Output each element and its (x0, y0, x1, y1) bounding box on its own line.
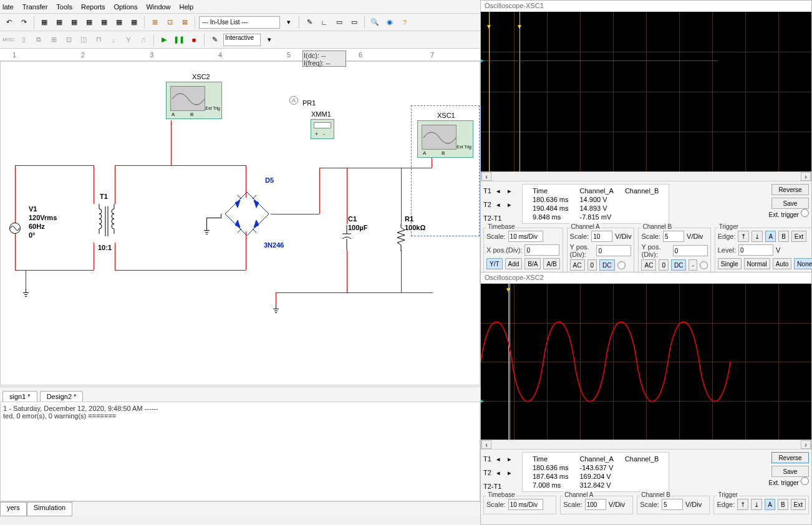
t1-left-icon[interactable]: ◂ (494, 455, 503, 463)
comp3-icon[interactable]: ⊞ (47, 34, 60, 46)
rect-icon[interactable]: ▭ (348, 16, 360, 29)
chb-ac-button[interactable]: AC (641, 259, 656, 271)
chb-radio[interactable] (700, 261, 708, 269)
t1-transformer[interactable] (93, 204, 123, 245)
cursor-t1[interactable] (489, 12, 490, 171)
edge-fall-icon[interactable]: ⤓ (751, 499, 762, 510)
sim-drop-icon[interactable]: ▾ (263, 34, 276, 46)
scope-xsc1-display[interactable]: ▸ ▼ ▼ (481, 12, 811, 171)
tool-a-icon[interactable]: ⊞ (148, 16, 161, 29)
ab-button[interactable]: A/B (543, 258, 559, 269)
trig-none-button[interactable]: None (794, 258, 812, 269)
cursor-t2[interactable] (520, 12, 520, 171)
tool-c-icon[interactable]: ⊠ (178, 16, 191, 29)
t2-left-icon[interactable]: ◂ (494, 468, 503, 477)
xsc2-instrument[interactable]: Ext Trig A B (166, 82, 222, 119)
redo-icon[interactable]: ↷ (17, 16, 30, 29)
ruler-icon[interactable]: ∟ (318, 16, 331, 29)
pause-icon[interactable]: ❚❚ (173, 34, 185, 46)
menu-tools[interactable]: Tools (56, 3, 72, 11)
grid3-icon[interactable]: ▦ (68, 16, 80, 29)
globe-icon[interactable]: ◉ (384, 16, 396, 29)
xsc2-cha-scale[interactable] (585, 499, 606, 510)
tab-simulation[interactable]: Simulation (27, 502, 72, 516)
add-button[interactable]: Add (505, 258, 523, 269)
xsc2-timebase-scale[interactable] (508, 499, 543, 510)
tool-b-icon[interactable]: ⊡ (163, 16, 176, 29)
menu-simulate[interactable]: late (2, 3, 14, 11)
t2-left-icon[interactable]: ◂ (494, 200, 503, 209)
scroll-right-icon[interactable]: › (801, 440, 811, 449)
t2-right-icon[interactable]: ▸ (505, 468, 514, 477)
tab-design1[interactable]: sign1 * (2, 391, 37, 402)
menu-reports[interactable]: Reports (81, 3, 105, 11)
cha-0-button[interactable]: 0 (587, 259, 597, 271)
xsc1-hscroll[interactable]: ‹ › (481, 171, 811, 181)
dropdown-icon[interactable]: ▾ (283, 16, 295, 29)
save-button[interactable]: Save (771, 198, 809, 209)
reverse-button[interactable]: Reverse (771, 452, 809, 463)
t2-right-icon[interactable]: ▸ (505, 200, 514, 209)
menu-help[interactable]: Help (180, 3, 194, 11)
trig-level-input[interactable] (738, 244, 773, 256)
chb-dc-button[interactable]: DC (671, 259, 686, 271)
cha-ac-button[interactable]: AC (570, 259, 585, 271)
trig-b-button[interactable]: B (778, 499, 788, 510)
trig-b-button[interactable]: B (778, 231, 789, 242)
comp8-icon[interactable]: Y (122, 34, 135, 46)
comp6-icon[interactable]: ⊓ (92, 34, 105, 46)
xsc1-cha-scale[interactable] (591, 231, 612, 242)
save-button[interactable]: Save (771, 466, 809, 477)
undo-icon[interactable]: ↶ (2, 16, 15, 29)
t1-right-icon[interactable]: ▸ (505, 455, 514, 463)
cha-dc-button[interactable]: DC (599, 259, 614, 271)
trig-a-button[interactable]: A (765, 231, 776, 242)
comp1-icon[interactable]: ▯ (17, 34, 30, 46)
grid7-icon[interactable]: ▦ (128, 16, 140, 29)
grid4-icon[interactable]: ▦ (83, 16, 95, 29)
t1-left-icon[interactable]: ◂ (494, 186, 503, 195)
xsc1-timebase-scale[interactable] (508, 231, 543, 242)
t1-right-icon[interactable]: ▸ (505, 186, 514, 195)
xsc1-chb-scale[interactable] (663, 231, 684, 242)
c1-capacitor[interactable] (341, 225, 352, 251)
xsc2-chb-scale[interactable] (662, 499, 683, 510)
trig-normal-button[interactable]: Normal (744, 258, 770, 269)
chb-inv-button[interactable]: - (689, 259, 697, 271)
xsc1-cha-ypos[interactable] (596, 245, 631, 256)
reverse-button[interactable]: Reverse (771, 184, 809, 195)
trig-auto-button[interactable]: Auto (773, 258, 792, 269)
comp2-icon[interactable]: ⧉ (32, 34, 45, 46)
xsc1-chb-ypos[interactable] (673, 245, 708, 256)
comp5-icon[interactable]: ◫ (77, 34, 90, 46)
schematic-canvas[interactable]: I(dc): -- I(freq): -- XSC2 Ext Trig A B … (0, 61, 480, 385)
grid5-icon[interactable]: ▦ (98, 16, 110, 29)
xsc2-hscroll[interactable]: ‹ › (481, 440, 811, 450)
run-icon[interactable]: ▶ (158, 34, 170, 46)
xmm1-instrument[interactable]: + - (311, 119, 334, 139)
trig-ext-button[interactable]: Ext (791, 231, 806, 242)
comp4-icon[interactable]: ⊡ (62, 34, 75, 46)
edge-rise-icon[interactable]: ⤒ (737, 499, 748, 510)
r1-resistor[interactable] (396, 224, 406, 253)
pr1-probe[interactable]: A (289, 96, 298, 105)
sim-mode-combo[interactable]: Interactive (223, 34, 261, 46)
output-log[interactable]: 1 - Saturday, December 12, 2020, 9:48:50… (0, 402, 480, 501)
tab-design2[interactable]: Design2 * (40, 391, 84, 402)
probe-icon[interactable]: ✎ (303, 16, 316, 29)
trig-a-button[interactable]: A (765, 499, 775, 510)
scope-xsc2-display[interactable]: ▸ ▼ (481, 284, 811, 440)
help-icon[interactable]: ? (399, 16, 411, 29)
scroll-left-icon[interactable]: ‹ (481, 440, 491, 449)
cha-radio[interactable] (617, 261, 626, 269)
comp9-icon[interactable]: ⎍ (137, 34, 150, 46)
trig-ext-button[interactable]: Ext (791, 499, 806, 510)
grid2-icon[interactable]: ▦ (53, 16, 65, 29)
grid6-icon[interactable]: ▦ (113, 16, 125, 29)
misc-icon[interactable]: MISC (2, 34, 15, 46)
menu-options[interactable]: Options (114, 3, 138, 11)
v1-source[interactable] (9, 223, 21, 234)
ba-button[interactable]: B/A (524, 258, 541, 269)
xsc1-timebase-xpos[interactable] (524, 244, 559, 256)
ext-trigger-radio[interactable] (801, 477, 809, 485)
